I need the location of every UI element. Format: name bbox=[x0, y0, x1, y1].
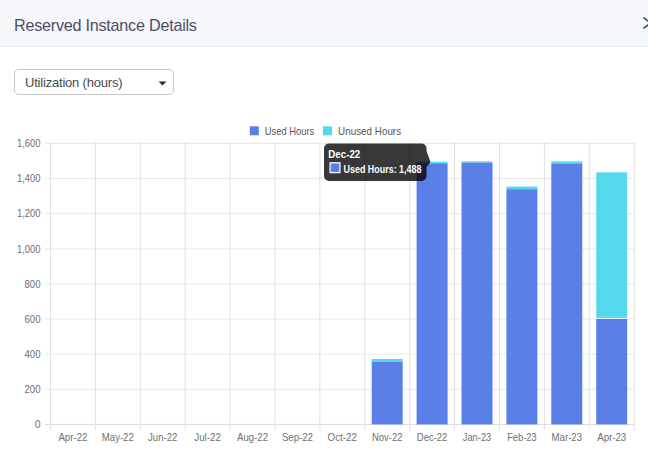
svg-text:Apr-23: Apr-23 bbox=[597, 431, 626, 443]
svg-text:Unused Hours: Unused Hours bbox=[338, 125, 401, 137]
svg-text:Apr-22: Apr-22 bbox=[58, 431, 87, 443]
svg-text:Feb-23: Feb-23 bbox=[507, 431, 537, 443]
svg-text:Jun-22: Jun-22 bbox=[148, 431, 178, 443]
svg-text:Used Hours: Used Hours bbox=[265, 125, 315, 137]
svg-text:May-22: May-22 bbox=[102, 431, 134, 443]
svg-text:1,000: 1,000 bbox=[17, 243, 41, 255]
svg-text:Aug-22: Aug-22 bbox=[237, 431, 268, 443]
svg-text:Jul-22: Jul-22 bbox=[194, 431, 221, 443]
svg-text:Mar-23: Mar-23 bbox=[552, 431, 583, 443]
svg-text:1,600: 1,600 bbox=[17, 137, 41, 149]
svg-text:Dec-22: Dec-22 bbox=[417, 431, 448, 443]
svg-text:200: 200 bbox=[25, 383, 41, 395]
svg-text:1,400: 1,400 bbox=[17, 172, 41, 184]
svg-text:1,200: 1,200 bbox=[17, 207, 41, 219]
svg-text:Jan-23: Jan-23 bbox=[463, 431, 492, 443]
svg-text:Oct-22: Oct-22 bbox=[328, 431, 358, 443]
svg-text:Sep-22: Sep-22 bbox=[282, 431, 313, 443]
svg-text:400: 400 bbox=[25, 348, 41, 360]
svg-text:Nov-22: Nov-22 bbox=[372, 431, 403, 443]
svg-text:Dec-22: Dec-22 bbox=[328, 148, 360, 160]
svg-text:800: 800 bbox=[25, 278, 41, 290]
svg-text:Used Hours: 1,488: Used Hours: 1,488 bbox=[344, 163, 422, 175]
svg-text:600: 600 bbox=[25, 313, 41, 325]
svg-text:0: 0 bbox=[35, 418, 41, 430]
